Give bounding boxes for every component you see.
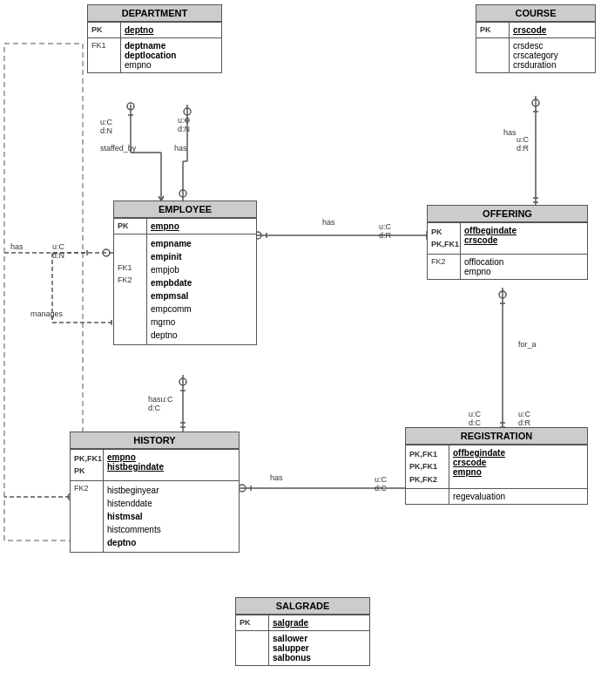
- history-pk-fields: empno histbegindate: [104, 450, 239, 480]
- entity-department: DEPARTMENT PK deptno FK1 deptname deptlo…: [87, 4, 222, 73]
- course-attr-label: [476, 38, 510, 72]
- label-for-a: for_a: [518, 340, 537, 349]
- offering-fk-label: FK2: [428, 255, 461, 279]
- svg-point-24: [103, 249, 110, 256]
- entity-salgrade-header: SALGRADE: [236, 598, 369, 615]
- history-attrs: histbeginyear histenddate histmsal histc…: [104, 481, 239, 552]
- entity-salgrade: SALGRADE PK salgrade sallower salupper s…: [235, 597, 370, 666]
- entity-history-header: HISTORY: [71, 432, 239, 449]
- label-has-emp-offer: has: [322, 218, 335, 227]
- label-uc-dc-off: u:Cd:C: [469, 410, 481, 427]
- entity-offering-header: OFFERING: [428, 206, 587, 222]
- entity-employee-header: EMPLOYEE: [114, 201, 256, 218]
- svg-point-42: [239, 485, 246, 492]
- label-has-course: has: [503, 128, 517, 137]
- label-has-left: has: [10, 242, 24, 251]
- label-uc-dc-reg: u:Cd:C: [375, 475, 387, 493]
- svg-point-14: [179, 190, 186, 197]
- salgrade-pk-label: PK: [236, 615, 269, 630]
- entity-course-header: COURSE: [476, 5, 595, 22]
- emp-pk-label: PK: [114, 219, 147, 234]
- svg-point-7: [127, 103, 134, 110]
- svg-point-12: [184, 108, 191, 115]
- offering-attrs: offlocation empno: [461, 255, 587, 279]
- label-staffed-by: staffed_by: [100, 144, 136, 153]
- label-uc-dn-dept: u:Cd:N: [100, 118, 112, 135]
- entity-offering: OFFERING PK PK,FK1 offbegindate crscode …: [427, 205, 588, 280]
- history-pk-labels: PK,FK1 PK: [71, 450, 104, 480]
- label-uc-dr-reg: u:Cd:R: [518, 410, 530, 427]
- diagram-container: staffed_by has u:Cd:N u:Cd:N has u:Cd:R …: [0, 0, 601, 700]
- svg-point-50: [532, 99, 539, 106]
- salgrade-pk-field: salgrade: [269, 615, 369, 630]
- dept-attrs: deptname deptlocation empno: [121, 38, 221, 72]
- salgrade-attr-label: [236, 631, 269, 665]
- course-pk-field: crscode: [510, 23, 595, 37]
- entity-course: COURSE PK crscode crsdesc crscategory cr…: [476, 4, 596, 73]
- dept-pk-field: deptno: [121, 23, 221, 37]
- svg-point-33: [179, 378, 186, 385]
- label-has-hist: has: [270, 473, 283, 482]
- label-uc-dr-offer: u:Cd:R: [379, 222, 391, 240]
- entity-registration: REGISTRATION PK,FK1 PK,FK1 PK,FK2 offbeg…: [405, 427, 588, 505]
- label-uc-dr-course: u:Cd:R: [517, 135, 529, 153]
- history-fk-label: FK2: [71, 481, 104, 552]
- course-attrs: crsdesc crscategory crsduration: [510, 38, 595, 72]
- label-has-dept: has: [174, 144, 187, 153]
- emp-pk-field: empno: [147, 219, 256, 234]
- dept-pk-label: PK: [88, 23, 121, 37]
- entity-history: HISTORY PK,FK1 PK empno histbegindate FK…: [70, 432, 240, 553]
- entity-registration-header: REGISTRATION: [406, 428, 587, 445]
- reg-attrs: regevaluation: [449, 489, 587, 504]
- offering-pk-fields: offbegindate crscode: [461, 223, 587, 254]
- label-manages: manages: [30, 309, 63, 318]
- relationship-lines: [0, 0, 601, 700]
- salgrade-attrs: sallower salupper salbonus: [269, 631, 369, 665]
- course-pk-label: PK: [476, 23, 510, 37]
- label-hasu-dc: hasu:Cd:C: [148, 395, 173, 412]
- entity-employee: EMPLOYEE PK empno FK1 FK2 empname empini…: [113, 200, 257, 345]
- dept-fk-label: FK1: [88, 38, 121, 72]
- emp-attrs: empname empinit empjob empbdate empmsal …: [147, 234, 256, 344]
- emp-fk-labels: FK1 FK2: [114, 234, 147, 344]
- label-uc-dn-emp: u:Cd:N: [52, 242, 64, 260]
- svg-point-47: [499, 291, 506, 298]
- offering-pk-labels: PK PK,FK1: [428, 223, 461, 254]
- label-uc-dept2: u:Cd:N: [178, 116, 190, 133]
- entity-department-header: DEPARTMENT: [88, 5, 221, 22]
- reg-pk-fields: offbegindate crscode empno: [449, 445, 587, 488]
- reg-attr-label: [406, 489, 449, 504]
- reg-pk-labels: PK,FK1 PK,FK1 PK,FK2: [406, 445, 449, 488]
